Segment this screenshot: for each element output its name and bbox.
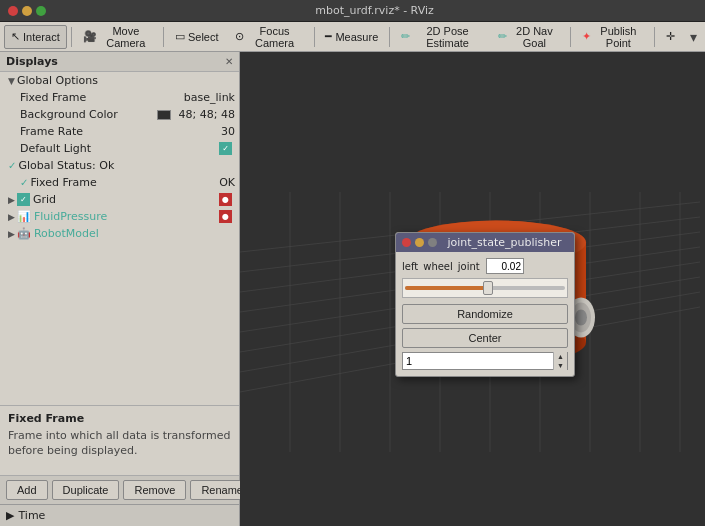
randomize-button[interactable]: Randomize (402, 304, 568, 324)
fluid-pressure-item[interactable]: ▶ 📊 FluidPressure ● (4, 208, 239, 225)
frame-rate-row[interactable]: Frame Rate 30 (16, 123, 239, 140)
rm-expand-icon: ▶ (8, 229, 15, 239)
background-color-row[interactable]: Background Color 48; 48; 48 (16, 106, 239, 123)
publish-point-label: Publish Point (594, 25, 644, 49)
dialog-title: joint_state_publisher (441, 236, 568, 249)
publish-point-button[interactable]: ✦ Publish Point (575, 25, 651, 49)
rm-label: RobotModel (34, 227, 235, 240)
select-label: Select (188, 31, 219, 43)
info-title: Fixed Frame (8, 412, 231, 425)
duplicate-button[interactable]: Duplicate (52, 480, 120, 500)
tree-area[interactable]: ▼ Global Options Fixed Frame base_link B… (0, 72, 239, 405)
window-title: mbot_urdf.rviz* - RViz (52, 4, 697, 17)
dialog-max-dot[interactable] (428, 238, 437, 247)
toolbar-sep-1 (71, 27, 72, 47)
pose-icon: ✏ (401, 30, 410, 43)
add-button[interactable]: Add (6, 480, 48, 500)
focus-icon: ⊙ (235, 30, 244, 43)
focus-camera-button[interactable]: ⊙ Focus Camera (228, 25, 310, 49)
global-options-label: Global Options (17, 74, 98, 87)
speed-spinner[interactable]: ▲ ▼ (402, 352, 568, 370)
displays-close-button[interactable]: ✕ (225, 56, 233, 67)
info-desc: Frame into which all data is transformed… (8, 428, 231, 459)
minimize-dot[interactable] (22, 6, 32, 16)
select-button[interactable]: ▭ Select (168, 25, 226, 49)
ff-status-label: Fixed Frame (30, 176, 215, 189)
joint-value-input[interactable] (486, 258, 524, 274)
slider-thumb[interactable] (483, 281, 493, 295)
dialog-min-dot[interactable] (415, 238, 424, 247)
frame-rate-label: Frame Rate (20, 125, 217, 138)
fixed-frame-status-row[interactable]: ✓ Fixed Frame OK (16, 174, 239, 191)
window-controls (8, 6, 46, 16)
color-swatch (157, 110, 171, 120)
toolbar: ↖ Interact 🎥 Move Camera ▭ Select ⊙ Focu… (0, 22, 705, 52)
pose-estimate-button[interactable]: ✏ 2D Pose Estimate (394, 25, 489, 49)
interact-icon: ↖ (11, 30, 20, 43)
svg-point-25 (575, 310, 587, 326)
move-camera-button[interactable]: 🎥 Move Camera (76, 25, 160, 49)
spinner-up-button[interactable]: ▲ (553, 352, 567, 361)
select-icon: ▭ (175, 30, 185, 43)
plus-button[interactable]: ✛ (659, 25, 682, 49)
camera-icon: 🎥 (83, 30, 97, 43)
toolbar-sep-4 (389, 27, 390, 47)
ff-check-icon: ✓ (20, 177, 28, 188)
fixed-frame-label: Fixed Frame (20, 91, 180, 104)
displays-header: Displays ✕ (0, 52, 239, 72)
grid-checkbox[interactable]: ✓ (17, 193, 30, 206)
close-dot[interactable] (8, 6, 18, 16)
interact-button[interactable]: ↖ Interact (4, 25, 67, 49)
toolbar-menu-button[interactable]: ▾ (686, 27, 701, 47)
nav-goal-button[interactable]: ✏ 2D Nav Goal (491, 25, 566, 49)
bottom-buttons: Add Duplicate Remove Rename (0, 475, 239, 504)
info-panel: Fixed Frame Frame into which all data is… (0, 405, 239, 475)
fp-icon: 📊 (17, 210, 31, 223)
plus-icon: ✛ (666, 30, 675, 43)
measure-button[interactable]: ━ Measure (318, 25, 385, 49)
slider-track (405, 286, 565, 290)
interact-label: Interact (23, 31, 60, 43)
global-options-item[interactable]: ▼ Global Options (4, 72, 239, 89)
3d-view[interactable]: joint_state_publisher left_wheel_joint R… (240, 52, 705, 526)
publish-icon: ✦ (582, 30, 591, 43)
speed-input[interactable] (403, 355, 553, 367)
center-button[interactable]: Center (402, 328, 568, 348)
robot-model-item[interactable]: ▶ 🤖 RobotModel (4, 225, 239, 242)
time-strip: ▶ Time (0, 504, 239, 526)
global-status-label: Global Status: Ok (18, 159, 114, 172)
toolbar-sep-5 (570, 27, 571, 47)
spinner-down-button[interactable]: ▼ (553, 361, 567, 370)
pose-estimate-label: 2D Pose Estimate (413, 25, 482, 49)
measure-label: Measure (335, 31, 378, 43)
global-status-row[interactable]: ✓ Global Status: Ok (4, 157, 239, 174)
toolbar-sep-3 (314, 27, 315, 47)
spinner-buttons: ▲ ▼ (553, 352, 567, 370)
dialog-content: left_wheel_joint Randomize Center ▲ ▼ (396, 252, 574, 376)
remove-button[interactable]: Remove (123, 480, 186, 500)
ff-status-value: OK (219, 176, 235, 189)
expand-icon: ▼ (8, 76, 15, 86)
expand-time-icon: ▶ (6, 509, 14, 522)
maximize-dot[interactable] (36, 6, 46, 16)
default-light-checkbox[interactable]: ✓ (219, 142, 232, 155)
fp-label: FluidPressure (34, 210, 219, 223)
grid-item[interactable]: ▶ ✓ Grid ● (4, 191, 239, 208)
fixed-frame-value: base_link (184, 91, 235, 104)
rm-icon: 🤖 (17, 227, 31, 240)
nav-goal-label: 2D Nav Goal (510, 25, 559, 49)
dialog-close-dot[interactable] (402, 238, 411, 247)
fp-expand-icon: ▶ (8, 212, 15, 222)
slider-container[interactable] (402, 278, 568, 298)
fp-status: ● (219, 210, 232, 223)
fixed-frame-row[interactable]: Fixed Frame base_link (16, 89, 239, 106)
dialog-titlebar: joint_state_publisher (396, 233, 574, 252)
time-label: Time (18, 509, 45, 522)
joint-row: left_wheel_joint (402, 258, 568, 274)
main-area: Displays ✕ ▼ Global Options Fixed Frame … (0, 52, 705, 526)
toolbar-sep-6 (654, 27, 655, 47)
status-check-icon: ✓ (8, 160, 16, 171)
grid-status: ● (219, 193, 232, 206)
default-light-row[interactable]: Default Light ✓ (16, 140, 239, 157)
measure-icon: ━ (325, 30, 332, 43)
